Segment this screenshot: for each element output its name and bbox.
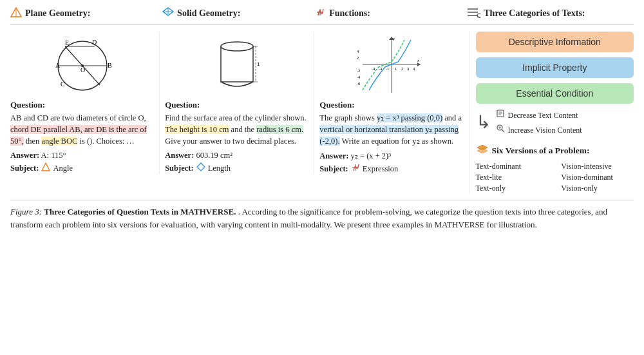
solid-q-text3: Give your answer to two decimal places.	[165, 137, 296, 146]
functions-subject-value: Expression	[363, 164, 399, 174]
increase-label-row: Increase Vision Content	[496, 124, 582, 137]
svg-rect-24	[221, 46, 253, 82]
solid-q-highlight-green: radius is 6 cm.	[256, 125, 303, 134]
categories-label: Three Categories of Texts:	[484, 8, 585, 19]
plane-subject-icon	[41, 162, 50, 174]
plane-q-text2: then	[24, 137, 42, 146]
svg-text:-2: -2	[357, 69, 361, 73]
svg-marker-30	[197, 163, 205, 171]
plane-q-text3: is (). Choices: …	[77, 137, 135, 146]
version-vision-only: Vision-only	[561, 184, 634, 193]
transform-section: ↳ Decrease Text Content	[476, 109, 634, 137]
func-q-hl-blue1: y₁ = x³ passing (0,0)	[377, 113, 442, 122]
plane-label: Plane Geometry:	[25, 8, 90, 19]
plane-question-text: AB and CD are two diameters of circle O,…	[10, 112, 154, 147]
solid-answer-label: Answer:	[165, 151, 194, 160]
svg-text:y: y	[393, 36, 395, 41]
svg-text:D: D	[92, 39, 97, 46]
solid-q-text2: and the	[229, 125, 256, 134]
magnify-icon	[496, 124, 505, 137]
svg-marker-60	[477, 148, 488, 153]
svg-text:-4: -4	[357, 75, 361, 79]
header-row: Plane Geometry: Solid Geometry: Functi	[10, 6, 634, 25]
svg-text:C: C	[61, 81, 65, 88]
functions-question-label: Question:	[319, 100, 463, 110]
solid-subject: Subject: Length	[165, 162, 308, 174]
circle-diagram-svg: E D A B C O	[47, 34, 118, 95]
svg-line-56	[502, 130, 504, 132]
increase-vision-label: Increase Vision Content	[508, 124, 582, 137]
caption-bold: Three Categories of Question Texts in MA…	[44, 207, 236, 216]
functions-subject: Subject: Expression	[319, 163, 463, 175]
functions-subject-label: Subject:	[319, 164, 348, 174]
layers-icon	[476, 144, 489, 158]
functions-subject-icon	[351, 163, 360, 175]
plane-diagram: E D A B C O	[10, 32, 154, 96]
plane-answer-label: Answer:	[10, 151, 39, 160]
solid-label: Solid Geometry:	[177, 8, 240, 19]
versions-grid: Text-dominant Vision-intensive Text-lite…	[476, 162, 634, 193]
solid-subject-icon	[196, 162, 205, 174]
main-container: Plane Geometry: Solid Geometry: Functi	[10, 6, 634, 231]
solid-question-text: Find the surface area of the cylinder sh…	[165, 112, 308, 147]
svg-text:1: 1	[395, 67, 397, 71]
functions-column: x y -4 -3 -1 1 2 3 4 4 2 -2 -4 -6	[314, 32, 468, 175]
solid-diagram: 10 cm	[165, 32, 308, 96]
descriptive-category-box: Descriptive Information	[476, 32, 634, 52]
svg-text:x: x	[417, 58, 420, 63]
categories-icon	[466, 6, 480, 21]
func-q-text1: The graph shows	[319, 113, 377, 122]
figure-num: Figure 3:	[10, 207, 42, 216]
svg-text:4: 4	[357, 50, 359, 53]
functions-question-text: The graph shows y₁ = x³ passing (0,0) an…	[319, 112, 463, 147]
svg-text:10 cm: 10 cm	[257, 61, 260, 67]
plane-icon	[10, 6, 22, 21]
book-icon	[496, 109, 505, 122]
plane-answer: Answer: A: 115°	[10, 151, 154, 160]
functions-diagram: x y -4 -3 -1 1 2 3 4 4 2 -2 -4 -6	[319, 32, 463, 96]
svg-text:-6: -6	[357, 82, 361, 86]
functions-answer-label: Answer:	[319, 151, 348, 160]
plane-subject-label: Subject:	[10, 164, 39, 173]
solid-q-highlight-yellow: The height is 10 cm	[165, 125, 229, 134]
decrease-label-row: Decrease Text Content	[496, 109, 582, 122]
figure-caption: Figure 3: Three Categories of Question T…	[10, 200, 634, 231]
caption-end: for illustration.	[485, 220, 537, 229]
svg-text:2: 2	[357, 56, 359, 60]
version-vision-intensive: Vision-intensive	[561, 162, 634, 171]
caption-verse2: ERSE	[464, 220, 485, 229]
categories-header: Three Categories of Texts:	[466, 6, 634, 21]
plane-q-highlight-yellow: angle BOC	[41, 137, 77, 146]
svg-text:A: A	[55, 62, 61, 69]
svg-text:-4: -4	[372, 67, 375, 71]
version-text-lite: Text-lite	[476, 173, 549, 182]
arrow-icon: ↳	[476, 111, 491, 133]
caption-mathverse2: ATH	[442, 220, 458, 229]
func-q-text3: Write an equation for y₂ as shown.	[340, 137, 453, 146]
svg-text:O: O	[80, 66, 85, 73]
functions-icon	[314, 6, 326, 21]
content-row: E D A B C O Question: AB and CD are two …	[10, 29, 634, 193]
solid-subject-label: Subject:	[165, 164, 193, 173]
essential-category-box: Essential Condition	[476, 83, 634, 104]
decrease-text-label: Decrease Text Content	[508, 109, 578, 122]
cylinder-diagram-svg: 10 cm	[214, 34, 260, 95]
solid-column: 10 cm Question: Find the surface area of…	[159, 32, 314, 174]
solid-q-text1: Find the surface area of the cylinder sh…	[165, 113, 306, 122]
svg-text:3: 3	[407, 67, 410, 71]
plane-subject: Subject: Angle	[10, 162, 154, 174]
version-vision-dominant: Vision-dominant	[561, 173, 634, 182]
solid-question-label: Question:	[165, 100, 308, 110]
version-text-dominant: Text-dominant	[476, 162, 549, 171]
six-versions-title: Six Versions of a Problem:	[476, 144, 634, 158]
functions-header: Functions:	[314, 6, 466, 21]
transform-labels: Decrease Text Content Increase Vision Co…	[496, 109, 582, 137]
svg-text:4: 4	[413, 67, 415, 71]
svg-marker-23	[42, 163, 50, 171]
plane-question-label: Question:	[10, 100, 154, 110]
plane-column: E D A B C O Question: AB and CD are two …	[10, 32, 159, 174]
functions-label: Functions:	[329, 8, 370, 19]
solid-answer-value: 603.19 cm²	[196, 151, 232, 160]
solid-answer: Answer: 603.19 cm²	[165, 151, 308, 160]
solid-header: Solid Geometry:	[162, 6, 314, 21]
